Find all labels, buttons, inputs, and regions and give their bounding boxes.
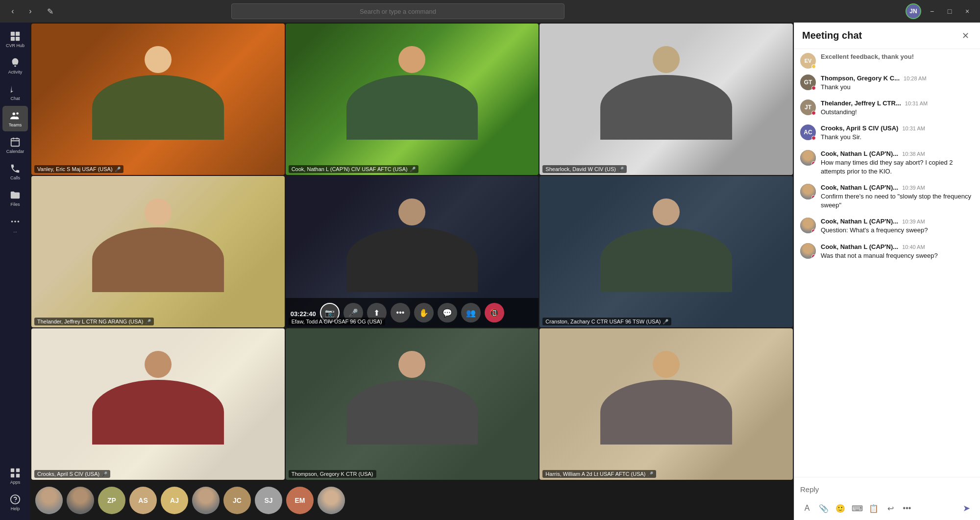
sidebar-item-calendar[interactable]: Calendar bbox=[2, 132, 28, 158]
svg-rect-12 bbox=[11, 473, 14, 477]
chat-title: Meeting chat bbox=[802, 30, 958, 41]
participants-strip: ZP AS AJ JC SJ EM bbox=[30, 481, 794, 520]
participant-avatar-sj[interactable]: SJ bbox=[255, 487, 282, 514]
participant-avatar-em[interactable]: EM bbox=[286, 487, 314, 514]
sidebar-item-calls[interactable]: Calls bbox=[2, 159, 28, 184]
sticker-button[interactable]: 📋 bbox=[867, 501, 881, 515]
title-bar-right: JN − □ × bbox=[906, 3, 974, 19]
svg-point-5 bbox=[16, 112, 19, 115]
msg-avatar-1: GT bbox=[800, 74, 816, 90]
sidebar-item-cvrhub[interactable]: CVR Hub bbox=[2, 26, 28, 52]
reply-label[interactable]: Reply bbox=[800, 481, 974, 497]
msg-avatar-5 bbox=[800, 184, 816, 199]
chat-header: Meeting chat ✕ bbox=[794, 23, 980, 49]
format-text-button[interactable]: A bbox=[800, 501, 814, 515]
participant-avatar-aj[interactable]: AJ bbox=[161, 487, 188, 514]
nav-forward-button[interactable]: › bbox=[24, 4, 37, 18]
msg-text-4: How many times did they say abort? I cop… bbox=[821, 158, 974, 176]
mic-icon-9: 🎤 bbox=[647, 471, 653, 477]
online-dot-7 bbox=[811, 254, 816, 259]
sidebar-item-teams[interactable]: Teams bbox=[2, 106, 28, 131]
more-options-button[interactable]: ••• bbox=[391, 303, 410, 322]
msg-content-1: Thompson, Gregory K C... 10:28 AM Thank … bbox=[821, 74, 974, 92]
video-cell-8[interactable]: Thompson, Gregory K CTR (USA) bbox=[286, 328, 539, 480]
emoji-button[interactable]: 🙂 bbox=[833, 501, 847, 515]
msg-text-7: Was that not a manual frequency sweep? bbox=[821, 251, 974, 260]
minimize-button[interactable]: − bbox=[925, 4, 939, 18]
send-button[interactable]: ➤ bbox=[958, 500, 974, 516]
search-bar[interactable] bbox=[231, 3, 564, 19]
video-cell-1[interactable]: Vanley, Eric S Maj USAF (USA) 🎤 bbox=[31, 24, 285, 175]
name-tag-5: Efaw, Todd A CIV USAF 96 OG (USA) bbox=[289, 318, 385, 325]
end-call-button[interactable]: 📵 bbox=[485, 303, 504, 322]
msg-time-6: 10:39 AM bbox=[902, 219, 925, 224]
call-timer: 03:22:40 bbox=[291, 310, 316, 318]
svg-rect-10 bbox=[11, 468, 14, 471]
chat-message-4: Cook, Nathan L (CAP'N)... 10:38 AM How m… bbox=[800, 150, 974, 176]
participant-avatar-as[interactable]: AS bbox=[129, 487, 157, 514]
participant-avatar-jc[interactable]: JC bbox=[223, 487, 251, 514]
video-cell-3[interactable]: Shearlock, David W CIV (US) 🎤 bbox=[539, 24, 793, 175]
chat-toolbar: A 📎 🙂 ⌨ 📋 ↩ ••• ➤ bbox=[800, 500, 974, 516]
video-cell-9[interactable]: Harris, William A 2d Lt USAF AFTC (USA) … bbox=[539, 328, 793, 480]
close-button[interactable]: × bbox=[960, 4, 974, 18]
svg-rect-13 bbox=[16, 473, 20, 477]
msg-name-2: Thelander, Jeffrey L CTR... bbox=[821, 99, 901, 107]
online-dot-4 bbox=[811, 161, 816, 166]
user-avatar[interactable]: JN bbox=[906, 3, 921, 19]
msg-avatar-7 bbox=[800, 243, 816, 259]
msg-name-3: Crooks, April S CIV (USA) bbox=[821, 124, 898, 132]
raise-hand-button[interactable]: ✋ bbox=[414, 303, 434, 322]
msg-name-1: Thompson, Gregory K C... bbox=[821, 74, 900, 82]
gif-button[interactable]: ⌨ bbox=[850, 501, 864, 515]
search-input[interactable] bbox=[231, 3, 564, 19]
chat-input-area: Reply A 📎 🙂 ⌨ 📋 ↩ ••• ➤ bbox=[794, 477, 980, 520]
chat-messages[interactable]: EV Excellent feedback, thank you! GT bbox=[794, 49, 980, 477]
msg-text-6: Question: What's a frequency sweep? bbox=[821, 226, 974, 235]
name-tag-8: Thompson, Gregory K CTR (USA) bbox=[289, 470, 376, 478]
sidebar-item-apps[interactable]: Apps bbox=[2, 463, 28, 489]
svg-rect-2 bbox=[11, 36, 15, 40]
participant-avatar-0[interactable] bbox=[35, 487, 63, 514]
schedule-button[interactable]: ↩ bbox=[883, 501, 897, 515]
msg-name-7: Cook, Nathan L (CAP'N)... bbox=[821, 243, 898, 250]
sidebar-item-files[interactable]: Files bbox=[2, 185, 28, 211]
msg-name-6: Cook, Nathan L (CAP'N)... bbox=[821, 218, 898, 225]
msg-time-1: 10:28 AM bbox=[904, 75, 926, 81]
sidebar-item-help[interactable]: Help bbox=[2, 490, 28, 515]
maximize-button[interactable]: □ bbox=[943, 4, 956, 18]
participants-button[interactable]: 👥 bbox=[461, 303, 481, 322]
msg-name-5: Cook, Nathan L (CAP'N)... bbox=[821, 184, 898, 191]
participant-avatar-photo[interactable] bbox=[192, 487, 220, 514]
more-tools-button[interactable]: ••• bbox=[900, 501, 914, 515]
svg-point-15 bbox=[15, 501, 16, 502]
online-dot-3 bbox=[811, 136, 816, 140]
sidebar-item-activity[interactable]: Activity bbox=[2, 53, 28, 78]
msg-content-5: Cook, Nathan L (CAP'N)... 10:39 AM Confi… bbox=[821, 184, 974, 210]
name-tag-6: Cranston, Zachary C CTR USAF 96 TSW (USA… bbox=[542, 318, 671, 325]
video-cell-4[interactable]: Thelander, Jeffrey L CTR NG ARANG (USA) … bbox=[31, 176, 285, 327]
edit-button[interactable]: ✎ bbox=[43, 4, 57, 18]
video-cell-2[interactable]: Cook, Nathan L (CAP'N) CIV USAF AFTC (US… bbox=[286, 24, 539, 175]
prev-message: EV Excellent feedback, thank you! bbox=[800, 53, 974, 69]
participant-avatar-last[interactable] bbox=[318, 487, 345, 514]
video-cell-6[interactable]: Cranston, Zachary C CTR USAF 96 TSW (USA… bbox=[539, 176, 793, 327]
svg-point-4 bbox=[13, 112, 16, 115]
attach-button[interactable]: 📎 bbox=[817, 501, 831, 515]
sidebar-item-more[interactable]: ... bbox=[2, 212, 28, 237]
chat-button[interactable]: 💬 bbox=[438, 303, 457, 322]
msg-text-5: Confirm there's no need to "slowly stop … bbox=[821, 192, 974, 210]
video-cell-7[interactable]: Crooks, April S CIV (USA) 🎤 bbox=[31, 328, 285, 480]
participant-avatar-1[interactable] bbox=[67, 487, 94, 514]
video-cell-5[interactable]: 03:22:40 📷 🎤 ⬆ ••• ✋ 💬 👥 📵 Efaw, Todd A … bbox=[286, 176, 539, 327]
msg-name-4: Cook, Nathan L (CAP'N)... bbox=[821, 150, 898, 157]
svg-point-7 bbox=[11, 221, 13, 223]
nav-back-button[interactable]: ‹ bbox=[6, 4, 20, 18]
participant-avatar-zp[interactable]: ZP bbox=[98, 487, 125, 514]
chat-message-7: Cook, Nathan L (CAP'N)... 10:40 AM Was t… bbox=[800, 243, 974, 260]
msg-text-1: Thank you bbox=[821, 83, 974, 92]
sidebar-item-chat[interactable]: Chat bbox=[2, 79, 28, 105]
msg-content-4: Cook, Nathan L (CAP'N)... 10:38 AM How m… bbox=[821, 150, 974, 176]
mic-icon-3: 🎤 bbox=[618, 167, 624, 172]
chat-close-button[interactable]: ✕ bbox=[958, 29, 972, 43]
